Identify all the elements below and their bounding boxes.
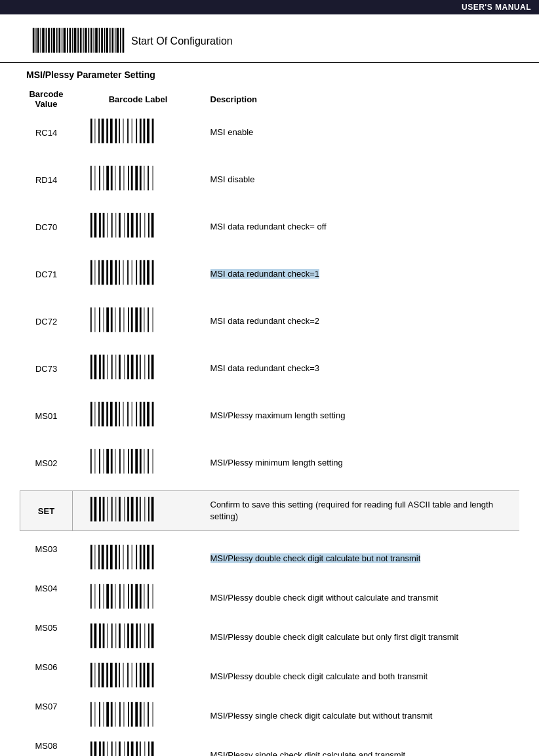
svg-rect-83 [90, 260, 92, 285]
svg-rect-37 [98, 119, 100, 144]
svg-rect-10 [58, 28, 60, 53]
svg-rect-136 [110, 402, 112, 427]
svg-rect-76 [127, 213, 129, 238]
svg-rect-218 [119, 624, 121, 648]
svg-rect-93 [131, 260, 132, 285]
svg-rect-72 [111, 213, 112, 238]
row-desc-dc71: MSI data redundant check=1 [204, 254, 520, 294]
spacer-row [20, 247, 520, 254]
row-desc-rc14: MSI enable [204, 113, 520, 152]
row-barcode-dc71 [73, 254, 204, 294]
svg-rect-263 [107, 742, 108, 756]
svg-rect-259 [90, 742, 92, 756]
row-barcode-dc73 [73, 349, 204, 388]
row-barcode-rd14 [73, 160, 204, 199]
svg-rect-205 [130, 584, 132, 609]
svg-rect-182 [101, 545, 104, 570]
svg-rect-98 [151, 260, 153, 285]
svg-rect-153 [115, 449, 115, 474]
svg-rect-231 [106, 663, 108, 688]
col-header-value: Barcode Value [20, 85, 73, 113]
spacer-row [20, 435, 520, 443]
svg-rect-226 [151, 624, 153, 648]
svg-rect-56 [110, 166, 112, 191]
svg-rect-184 [110, 545, 112, 570]
svg-rect-192 [143, 545, 145, 570]
svg-rect-149 [99, 449, 100, 474]
svg-rect-69 [99, 213, 101, 238]
svg-rect-157 [130, 449, 132, 474]
svg-rect-7 [51, 28, 52, 53]
svg-rect-195 [90, 584, 91, 609]
row-barcode-ms04 [73, 578, 204, 618]
svg-rect-99 [90, 308, 91, 332]
svg-rect-59 [123, 166, 124, 191]
header-title: USER'S MANUAL [462, 3, 531, 12]
svg-rect-267 [124, 742, 125, 756]
row-barcode-dc70 [73, 207, 204, 247]
svg-rect-246 [103, 702, 104, 727]
svg-rect-15 [72, 28, 73, 53]
svg-rect-203 [123, 584, 124, 609]
svg-rect-113 [148, 308, 149, 332]
svg-rect-148 [94, 449, 95, 474]
spacer-row [20, 152, 520, 160]
svg-rect-105 [115, 308, 115, 332]
svg-rect-189 [131, 545, 132, 570]
svg-rect-261 [99, 742, 101, 756]
set-row-value: SET [20, 491, 73, 531]
svg-rect-178 [151, 497, 153, 522]
spacer-row [20, 388, 520, 396]
set-row: SETConfirm to save this setting (require… [20, 491, 520, 531]
svg-rect-171 [124, 497, 125, 522]
svg-rect-117 [99, 355, 101, 380]
svg-rect-77 [130, 213, 133, 238]
svg-rect-217 [115, 624, 116, 648]
row-desc-ms03: MSI/Plessy double check digit calculate … [204, 539, 520, 578]
svg-rect-268 [127, 742, 129, 756]
config-start-label: Start Of Configuration [131, 35, 233, 47]
row-desc-dc70: MSI data redundant check= off [204, 207, 520, 247]
svg-rect-101 [99, 308, 100, 332]
table-row: RC14MSI enable [20, 113, 520, 152]
svg-rect-199 [106, 584, 109, 609]
svg-rect-38 [101, 119, 104, 144]
row-value-ms07: MS07 [20, 696, 73, 736]
row-desc-ms07: MSI/Plessy single check digit calculate … [204, 696, 520, 736]
svg-rect-0 [33, 28, 35, 53]
svg-rect-266 [119, 742, 121, 756]
svg-rect-160 [144, 449, 144, 474]
svg-rect-239 [139, 663, 141, 688]
svg-rect-104 [110, 308, 112, 332]
svg-rect-50 [151, 119, 153, 144]
svg-rect-89 [115, 260, 117, 285]
svg-rect-223 [139, 624, 140, 648]
set-row-desc: Confirm to save this setting (required f… [204, 491, 520, 531]
svg-rect-51 [90, 166, 91, 191]
svg-rect-17 [77, 28, 79, 53]
svg-rect-198 [103, 584, 104, 609]
svg-rect-150 [103, 449, 104, 474]
table-header-row: Barcode Value Barcode Label Description [20, 85, 520, 113]
row-desc-ms04: MSI/Plessy double check digit without ca… [204, 578, 520, 618]
svg-rect-190 [136, 545, 137, 570]
svg-rect-21 [88, 28, 89, 53]
svg-rect-88 [110, 260, 112, 285]
svg-rect-34 [123, 28, 125, 53]
svg-rect-126 [136, 355, 138, 380]
svg-rect-61 [130, 166, 132, 191]
svg-rect-48 [143, 119, 145, 144]
svg-rect-95 [139, 260, 141, 285]
svg-rect-273 [148, 742, 150, 756]
svg-rect-62 [135, 166, 138, 191]
svg-rect-208 [144, 584, 144, 609]
col-header-barcode: Barcode Label [73, 85, 204, 113]
svg-rect-6 [48, 28, 50, 53]
svg-rect-163 [90, 497, 92, 522]
svg-rect-123 [124, 355, 125, 380]
row-barcode-ms05 [73, 618, 204, 657]
spacer-row [20, 531, 520, 540]
svg-rect-46 [136, 119, 137, 144]
svg-rect-177 [148, 497, 150, 522]
svg-rect-159 [139, 449, 141, 474]
